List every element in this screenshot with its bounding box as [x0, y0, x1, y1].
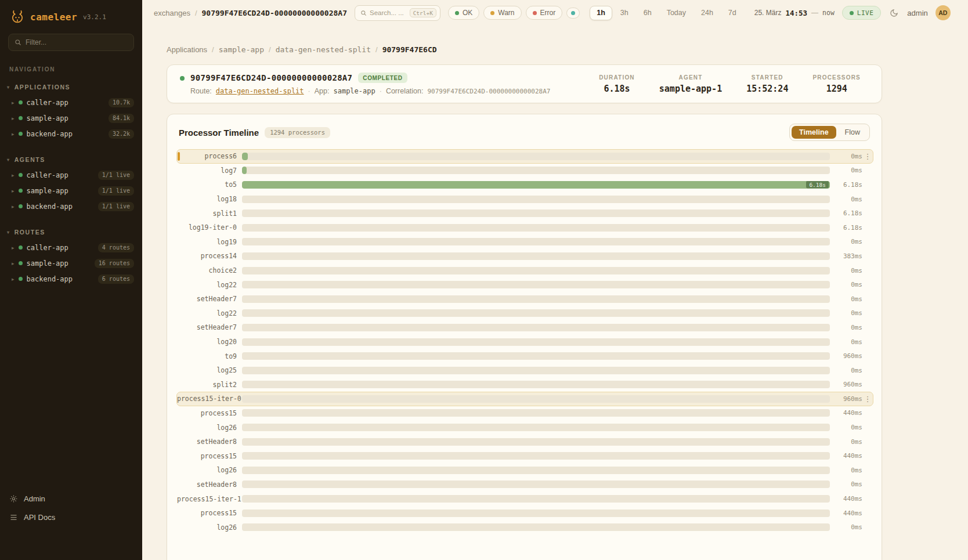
chip-label: Error — [540, 9, 556, 17]
timeline-row[interactable]: log220ms⋮ — [176, 306, 873, 321]
chevron-right-icon: ▸ — [12, 245, 15, 251]
processor-name: log20 — [177, 338, 242, 346]
processor-bar-track — [242, 438, 830, 446]
timeline-row[interactable]: log200ms⋮ — [176, 335, 873, 349]
avatar[interactable]: AD — [936, 5, 951, 20]
range-6h[interactable]: 6h — [637, 6, 659, 20]
filter-input[interactable] — [26, 38, 128, 46]
time-display[interactable]: 25. März 14:53 — now — [754, 9, 835, 17]
timeline-row[interactable]: split2960ms⋮ — [176, 378, 873, 392]
row-menu-icon[interactable]: ⋮ — [862, 152, 873, 161]
timeline-row[interactable]: setHeader80ms⋮ — [176, 478, 873, 492]
timeline-row[interactable]: split16.18s⋮ — [176, 206, 873, 221]
timeline-row[interactable]: process15440ms⋮ — [176, 406, 873, 421]
sidebar-agent-caller-app[interactable]: ▸ caller-app 1/1 live — [0, 167, 142, 183]
processor-name: log22 — [177, 281, 242, 289]
section-header-applications[interactable]: ▾ APPLICATIONS — [0, 78, 142, 95]
row-duration: 0ms — [830, 281, 862, 288]
sidebar-app-sample-app[interactable]: ▸ sample-app 84.1k — [0, 110, 142, 126]
global-search[interactable]: Ctrl+K — [355, 5, 440, 21]
timeline-row[interactable]: process14383ms⋮ — [176, 249, 873, 263]
processor-bar-track — [242, 238, 830, 245]
ok-dot-icon — [455, 11, 459, 15]
range-today[interactable]: Today — [660, 6, 693, 20]
status-dot — [19, 132, 23, 136]
row-duration: 0ms — [830, 153, 862, 160]
sidebar-route-caller-app[interactable]: ▸ caller-app 4 routes — [0, 240, 142, 255]
api-docs-link[interactable]: API Docs — [9, 508, 133, 526]
section-routes: ▾ ROUTES ▸ caller-app 4 routes ▸ sample-… — [0, 223, 142, 287]
timeline-row[interactable]: process60ms⋮ — [176, 149, 873, 164]
status-dot — [19, 189, 23, 193]
timeline-row[interactable]: log260ms⋮ — [176, 520, 873, 534]
admin-label: Admin — [24, 494, 45, 503]
item-badge: 1/1 live — [98, 171, 134, 180]
range-1h[interactable]: 1h — [590, 6, 612, 20]
route-link[interactable]: data-gen-nested-split — [216, 87, 304, 95]
user-name[interactable]: admin — [907, 9, 927, 17]
filter-chip-warn[interactable]: Warn — [483, 6, 521, 20]
timeline-row[interactable]: log260ms⋮ — [176, 463, 873, 478]
range-3h[interactable]: 3h — [613, 6, 635, 20]
search-input[interactable] — [370, 9, 407, 16]
crumb-separator: / — [212, 45, 214, 54]
breadcrumb-exchanges[interactable]: exchanges — [154, 9, 190, 17]
timeline-row[interactable]: log220ms⋮ — [176, 277, 873, 292]
status-filter-chips: OK Warn Error — [448, 6, 580, 20]
timeline-row[interactable]: process15-iter-1440ms⋮ — [176, 492, 873, 506]
timeline-row[interactable]: log180ms⋮ — [176, 192, 873, 207]
admin-link[interactable]: Admin — [9, 489, 133, 508]
section-header-routes[interactable]: ▾ ROUTES — [0, 223, 142, 240]
range-7d[interactable]: 7d — [721, 6, 743, 20]
timeline-row[interactable]: log19-iter-06.18s⋮ — [176, 221, 873, 235]
row-duration: 0ms — [830, 267, 862, 274]
row-menu-icon[interactable]: ⋮ — [862, 395, 873, 403]
crumb-route[interactable]: data-gen-nested-split — [276, 45, 371, 54]
timeline-row[interactable]: process15-iter-0960ms⋮ — [176, 392, 873, 406]
timeline-row[interactable]: setHeader80ms⋮ — [176, 435, 873, 449]
sidebar-app-backend-app[interactable]: ▸ backend-app 32.2k — [0, 126, 142, 142]
timeline-row[interactable]: to9960ms⋮ — [176, 349, 873, 363]
exchange-meta: Route: data-gen-nested-split · App: samp… — [190, 87, 550, 95]
timeline-row[interactable]: log250ms⋮ — [176, 363, 873, 378]
crumb-applications[interactable]: Applications — [167, 45, 207, 54]
timeline-row[interactable]: setHeader70ms⋮ — [176, 292, 873, 306]
sidebar-route-backend-app[interactable]: ▸ backend-app 6 routes — [0, 271, 142, 287]
time-label: 14:53 — [785, 9, 807, 17]
app-logo[interactable]: cameleer v3.2.1 — [0, 0, 142, 31]
sidebar-app-caller-app[interactable]: ▸ caller-app 10.7k — [0, 95, 142, 110]
section-header-agents[interactable]: ▾ AGENTS — [0, 151, 142, 167]
dark-mode-toggle[interactable] — [888, 8, 900, 19]
timeline-row[interactable]: to56.18s6.18s⋮ — [176, 178, 873, 192]
item-badge: 1/1 live — [98, 186, 134, 196]
chevron-right-icon: ▸ — [12, 261, 15, 266]
sidebar-route-sample-app[interactable]: ▸ sample-app 16 routes — [0, 255, 142, 271]
processor-name: split1 — [177, 209, 242, 218]
view-timeline-button[interactable]: Timeline — [792, 126, 836, 139]
processor-bar-track — [242, 324, 830, 331]
filter-chip-ok[interactable]: OK — [448, 6, 479, 20]
caret-down-icon: ▾ — [7, 85, 10, 90]
filter-chip-error[interactable]: Error — [526, 6, 563, 20]
sidebar-agent-backend-app[interactable]: ▸ backend-app 1/1 live — [0, 198, 142, 214]
live-toggle[interactable]: LIVE — [842, 6, 882, 20]
processor-bar-track — [242, 252, 830, 260]
sidebar-agent-sample-app[interactable]: ▸ sample-app 1/1 live — [0, 183, 142, 198]
timeline-row[interactable]: log260ms⋮ — [176, 420, 873, 435]
status-dot — [19, 277, 23, 281]
range-24h[interactable]: 24h — [694, 6, 720, 20]
row-duration: 6.18s — [830, 181, 862, 189]
range-dash: — — [811, 9, 818, 17]
timeline-row[interactable]: process15440ms⋮ — [176, 449, 873, 463]
crumb-sample-app[interactable]: sample-app — [219, 45, 264, 54]
timeline-row[interactable]: setHeader70ms⋮ — [176, 320, 873, 335]
timeline-row[interactable]: process15440ms⋮ — [176, 506, 873, 521]
filter-chip-extra[interactable] — [566, 8, 580, 19]
view-flow-button[interactable]: Flow — [837, 126, 868, 139]
duration-chip: 6.18s — [806, 181, 829, 189]
timeline-row[interactable]: log70ms⋮ — [176, 164, 873, 178]
sidebar: cameleer v3.2.1 NAVIGATION ▾ APPLICATION… — [0, 0, 142, 560]
timeline-row[interactable]: choice20ms⋮ — [176, 263, 873, 278]
timeline-row[interactable]: log190ms⋮ — [176, 235, 873, 250]
section-label: AGENTS — [15, 156, 45, 163]
